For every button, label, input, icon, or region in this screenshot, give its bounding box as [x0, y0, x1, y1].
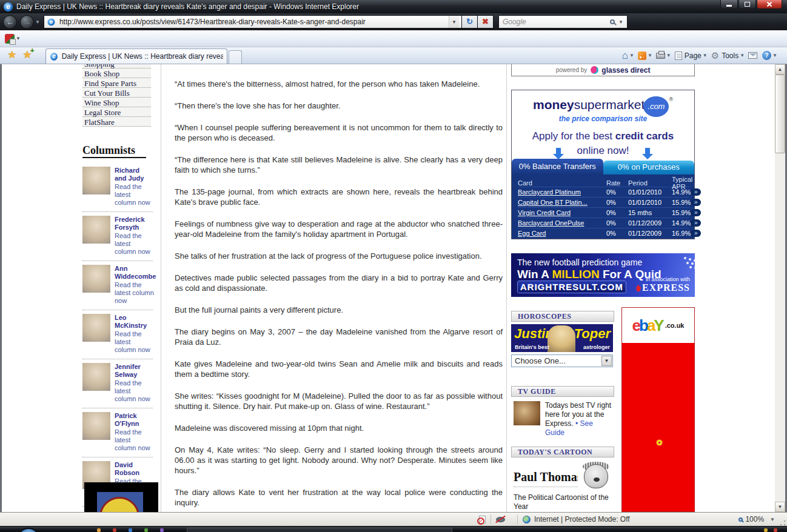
rss-caret[interactable]: ▼ — [648, 53, 652, 58]
help-caret[interactable]: ▼ — [772, 53, 777, 58]
columnist-name[interactable]: Ann Widdecombe — [115, 265, 156, 281]
close-button[interactable] — [757, 0, 782, 9]
resize-grip[interactable] — [780, 520, 786, 526]
tools-menu[interactable]: Tools — [722, 52, 738, 60]
taskbar-icon[interactable] — [129, 528, 132, 532]
columnist-item[interactable]: Patrick O'Flynn Read the latest column n… — [82, 408, 153, 457]
home-icon[interactable]: ⌂ — [622, 50, 628, 62]
football-prediction-ad[interactable]: The new football prediction game Win A M… — [511, 253, 695, 297]
address-bar[interactable]: e http://www.express.co.uk/posts/view/61… — [44, 15, 462, 28]
chevron-button[interactable]: » — [691, 188, 701, 196]
address-dropdown-caret[interactable]: ▼ — [449, 16, 459, 28]
stop-button[interactable]: ✖ — [478, 15, 494, 28]
sidebar-item-book-shop[interactable]: Book Shop — [82, 68, 151, 78]
tab-on-purchases[interactable]: 0% on Purchases — [603, 161, 695, 175]
card-link[interactable]: Barclaycard Platinum — [518, 188, 606, 196]
page-icon[interactable] — [675, 52, 682, 60]
tools-caret[interactable]: ▼ — [740, 53, 745, 58]
columnist-name[interactable]: Jennifer Selway — [115, 363, 153, 379]
address-url[interactable]: http://www.express.co.uk/posts/view/6147… — [59, 18, 449, 26]
page-caret[interactable]: ▼ — [703, 53, 708, 58]
columnist-link[interactable]: Read the latest column now — [115, 379, 153, 403]
start-orb[interactable] — [17, 528, 40, 532]
help-icon[interactable]: ? — [762, 51, 771, 60]
tab-balance-transfers[interactable]: 0% Balance Transfers — [512, 159, 603, 175]
taskbar-icon[interactable] — [160, 528, 164, 532]
sidebar-ad-banner[interactable] — [84, 482, 158, 512]
justin-toper-banner[interactable]: Justin Toper Britain's best astrologer — [511, 324, 613, 352]
chevron-button[interactable]: » — [691, 209, 701, 216]
active-tab[interactable]: e Daily Express | UK News :: Heartbreak … — [45, 48, 227, 64]
popup-blocked-icon[interactable] — [479, 516, 486, 524]
card-link[interactable]: Capital One BT Platin... — [518, 199, 606, 206]
chevron-down-icon[interactable]: ▼ — [601, 356, 612, 366]
columnist-link[interactable]: Read the latest column now — [115, 281, 156, 305]
zoom-caret[interactable]: ▼ — [770, 517, 775, 522]
refresh-button[interactable]: ↻ — [462, 15, 478, 28]
zoom-control[interactable]: 100% ▼ — [738, 515, 775, 524]
columnist-link[interactable]: Read the latest column now — [115, 428, 153, 452]
sidebar-item-flatshare[interactable]: FlatShare — [82, 117, 151, 127]
chevron-button[interactable]: » — [691, 230, 701, 237]
columnist-link[interactable]: Read the latest column now — [115, 232, 153, 256]
addon-icon[interactable] — [5, 34, 15, 44]
rss-icon[interactable] — [638, 52, 646, 60]
search-icon[interactable] — [610, 19, 615, 24]
taskbar-window-button[interactable] — [187, 528, 452, 532]
card-link[interactable]: Virgin Credit Card — [518, 209, 606, 216]
sidebar-item-legal-store[interactable]: Legal Store — [82, 107, 151, 117]
scroll-down-button[interactable]: ▼ — [775, 502, 785, 512]
recent-pages-caret[interactable]: ▼ — [35, 19, 40, 25]
add-favorite-icon[interactable]: ★ — [22, 48, 32, 61]
sidebar-item-cut-your-bills[interactable]: Cut Your Bills — [82, 88, 151, 98]
columnist-name[interactable]: David Robson — [115, 461, 153, 477]
horoscope-select[interactable]: Choose One... ▼ — [511, 354, 613, 367]
taskbar-icon[interactable] — [113, 528, 116, 532]
search-box[interactable]: Google ▼ — [498, 15, 628, 28]
moneysupermarket-ad[interactable]: moneysupermarket.com® the price comparis… — [511, 90, 695, 239]
page-menu[interactable]: Page — [685, 52, 702, 60]
columnist-link[interactable]: Read the latest column now — [115, 330, 153, 354]
search-options-caret[interactable]: ▼ — [618, 19, 623, 25]
addon-caret[interactable]: ▼ — [16, 36, 21, 41]
columnist-item[interactable]: Leo McKinstry Read the latest column now — [82, 310, 153, 359]
columnist-link[interactable]: Read the latest column now — [115, 183, 153, 207]
sidebar-item-shopping[interactable]: Shopping — [82, 64, 151, 68]
maximize-button[interactable] — [738, 0, 756, 9]
columnist-item[interactable]: Frederick Forsyth Read the latest column… — [82, 212, 153, 261]
tray-icon[interactable] — [774, 528, 777, 532]
columnist-item[interactable]: Ann Widdecombe Read the latest column no… — [82, 261, 153, 310]
forward-button[interactable]: → — [20, 15, 34, 29]
privacy-icon[interactable] — [496, 517, 505, 522]
tools-gear-icon[interactable]: ⚙ — [711, 50, 719, 61]
taskbar-icon[interactable] — [144, 528, 148, 532]
cartoon-block[interactable]: Paul Thomas — [514, 462, 615, 492]
sidebar-item-wine-shop[interactable]: Wine Shop — [82, 98, 151, 107]
ebay-ad[interactable]: ebaY .co.uk — [621, 307, 695, 512]
mail-icon[interactable] — [748, 52, 757, 59]
card-link[interactable]: Egg Card — [518, 230, 606, 237]
favorites-icon[interactable]: ★ — [7, 48, 16, 61]
new-tab-button[interactable] — [229, 50, 242, 64]
home-caret[interactable]: ▼ — [629, 53, 634, 58]
taskbar-icon[interactable] — [97, 528, 101, 532]
arightresult-logo[interactable]: ARIGHTRESULT.COM — [517, 281, 626, 293]
windows-taskbar[interactable] — [0, 526, 787, 532]
columnist-name[interactable]: Richard and Judy — [115, 167, 153, 182]
columnist-item[interactable]: Richard and Judy Read the latest column … — [82, 163, 153, 212]
print-icon[interactable] — [656, 53, 665, 59]
columnist-item[interactable]: Jennifer Selway Read the latest column n… — [82, 359, 153, 408]
chevron-button[interactable]: » — [691, 219, 701, 227]
back-button[interactable]: ← — [3, 15, 17, 29]
columnist-name[interactable]: Frederick Forsyth — [115, 216, 153, 231]
chevron-button[interactable]: » — [691, 199, 701, 206]
columnist-name[interactable]: Leo McKinstry — [115, 314, 153, 330]
print-caret[interactable]: ▼ — [666, 53, 671, 58]
columnist-name[interactable]: Patrick O'Flynn — [115, 412, 153, 428]
glasses-direct-ad[interactable]: powered by glasses direct — [511, 64, 695, 76]
sidebar-item-find-spare-parts[interactable]: Find Spare Parts — [82, 78, 151, 88]
vertical-scrollbar[interactable]: ▲ ▼ — [775, 64, 785, 512]
tray-icon[interactable] — [764, 528, 768, 532]
minimize-button[interactable] — [720, 0, 738, 9]
scrollbar-thumb[interactable] — [775, 75, 785, 153]
